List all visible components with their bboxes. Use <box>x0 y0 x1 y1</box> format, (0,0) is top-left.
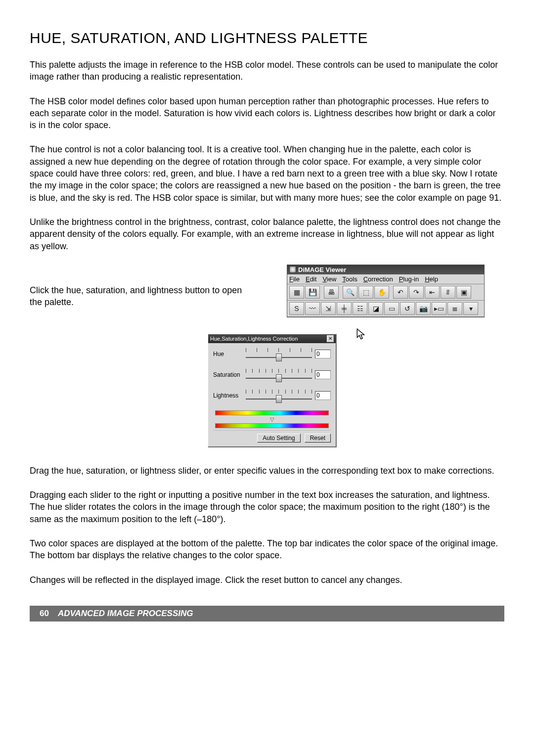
sharpen-icon[interactable]: S <box>289 302 304 315</box>
metadata-icon[interactable]: ≣ <box>447 302 462 315</box>
thumbnails-icon[interactable]: ▦ <box>289 286 304 299</box>
rotate-ccw-icon[interactable]: ↶ <box>393 286 408 299</box>
app-icon <box>289 266 296 273</box>
snapshot-icon[interactable]: 📷 <box>416 302 431 315</box>
page-title: HUE, SATURATION, AND LIGHTNESS PALETTE <box>30 30 504 46</box>
hsl-row-hue: Hue <box>213 348 331 360</box>
hsl-row-saturation: Saturation <box>213 369 331 381</box>
hsl-correction-window: Hue,Saturation,Lightness Correction ✕ Hu… <box>208 334 336 447</box>
paragraph: The HSB color model defines color based … <box>30 95 504 132</box>
flip-horizontal-icon[interactable]: ⇤ <box>425 286 440 299</box>
options-dropdown-icon[interactable]: ▾ <box>463 302 478 315</box>
auto-setting-button[interactable]: Auto Setting <box>257 434 300 443</box>
toolbar-row-2: S 〰 ⇲ ╪ ☷ ◪ ▭ ↺ 📷 ▸▭ ≣ ▾ <box>287 301 484 317</box>
paragraph: Unlike the brightness control in the bri… <box>30 216 504 252</box>
mouse-pointer-icon <box>356 328 367 341</box>
section-title: ADVANCED IMAGE PROCESSING <box>58 609 193 619</box>
menu-file[interactable]: File <box>289 275 300 283</box>
preview-icon[interactable]: ▸▭ <box>432 302 446 315</box>
dimage-viewer-window: DiMAGE Viewer File Edit View Tools Corre… <box>287 265 485 317</box>
save-icon[interactable]: 💾 <box>305 286 320 299</box>
close-icon[interactable]: ✕ <box>327 335 334 342</box>
print-icon[interactable]: 🖶 <box>324 286 339 299</box>
lightness-label: Lightness <box>213 392 243 399</box>
original-color-space-bar <box>215 410 329 415</box>
hand-icon[interactable]: ✋ <box>374 286 389 299</box>
rotate-cw-icon[interactable]: ↷ <box>409 286 424 299</box>
color-balance-icon[interactable]: ╪ <box>337 302 352 315</box>
hsl-window-titlebar: Hue,Saturation,Lightness Correction ✕ <box>208 334 336 343</box>
hsl-row-lightness: Lightness <box>213 390 331 401</box>
hsl-palette-icon[interactable]: ☷ <box>353 302 367 315</box>
page-number: 60 <box>40 609 49 619</box>
menu-tools[interactable]: Tools <box>342 275 357 283</box>
curves-icon[interactable]: 〰 <box>305 302 320 315</box>
menu-bar: File Edit View Tools Correction Plug-in … <box>287 274 484 284</box>
page-footer: 60 ADVANCED IMAGE PROCESSING <box>30 606 504 622</box>
menu-correction[interactable]: Correction <box>363 275 393 283</box>
menu-help[interactable]: Help <box>425 275 438 283</box>
undo-icon[interactable]: ↺ <box>400 302 415 315</box>
menu-plugin[interactable]: Plug-in <box>399 275 419 283</box>
reset-button[interactable]: Reset <box>305 434 331 443</box>
side-paragraph: Click the hue, saturation, and lightness… <box>30 285 242 307</box>
app-titlebar: DiMAGE Viewer <box>287 265 484 274</box>
menu-view[interactable]: View <box>322 275 336 283</box>
saturation-slider[interactable] <box>246 369 312 381</box>
adjusted-color-space-bar <box>215 423 329 428</box>
marquee-icon[interactable]: ⬚ <box>358 286 373 299</box>
toolbar-row-1: ▦ 💾 🖶 🔍 ⬚ ✋ ↶ ↷ ⇤ ⥯ ▣ <box>287 284 484 301</box>
flip-vertical-icon[interactable]: ⥯ <box>441 286 455 299</box>
zoom-icon[interactable]: 🔍 <box>343 286 357 299</box>
paragraph: This palette adjusts the image in refere… <box>30 59 504 83</box>
menu-edit[interactable]: Edit <box>306 275 316 283</box>
hue-label: Hue <box>213 351 243 357</box>
app-title: DiMAGE Viewer <box>298 266 346 273</box>
saturation-label: Saturation <box>213 371 243 378</box>
hue-slider[interactable] <box>246 348 312 360</box>
hsl-window-title: Hue,Saturation,Lightness Correction <box>210 336 298 342</box>
hue-input[interactable] <box>315 350 331 358</box>
paragraph: The hue control is not a color balancing… <box>30 143 504 203</box>
paragraph: Dragging each slider to the right or inp… <box>30 489 504 525</box>
fit-icon[interactable]: ▣ <box>456 286 471 299</box>
paragraph: Drag the hue, saturation, or lightness s… <box>30 465 504 477</box>
collapse-arrow-icon[interactable]: ▽ <box>213 417 331 421</box>
paragraph: Changes will be reflected in the display… <box>30 574 504 586</box>
compare-icon[interactable]: ▭ <box>384 302 399 315</box>
paragraph: Two color spaces are displayed at the bo… <box>30 537 504 562</box>
saturation-input[interactable] <box>315 370 331 379</box>
variation-icon[interactable]: ◪ <box>368 302 383 315</box>
lightness-input[interactable] <box>315 391 331 400</box>
lightness-slider[interactable] <box>246 390 312 401</box>
levels-icon[interactable]: ⇲ <box>321 302 336 315</box>
